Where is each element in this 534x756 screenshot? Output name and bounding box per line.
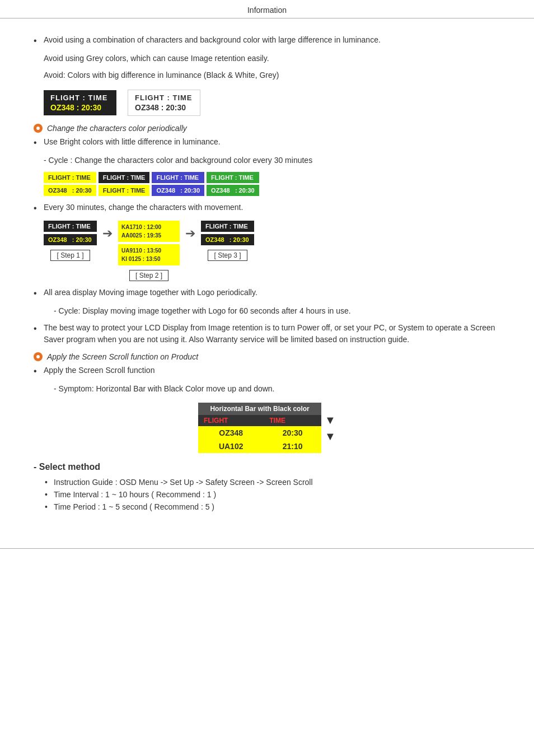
step2-row1: KA1710 : 12:00AA0025 : 19:35 — [118, 221, 180, 242]
bullet-item-1: • Avoid using a combination of character… — [34, 34, 500, 48]
cycle-box-2-row1: FLIGHT : TIME — [99, 172, 150, 183]
bullet-dot-4: • — [34, 287, 44, 300]
cycle-col-1: FLIGHT : TIME OZ348 : 20:30 — [44, 172, 96, 196]
bullet-dot-6: • — [34, 365, 44, 378]
diagram-row-1: FLIGHT : TIME OZ348 : 20:30 FLIGHT : TIM… — [44, 90, 500, 116]
flight-box-light: FLIGHT : TIME OZ348 : 20:30 — [128, 90, 200, 116]
scroll-header-cell: Horizontal Bar with Black color — [198, 403, 321, 415]
cycle-box-1-row2: OZ348 : 20:30 — [44, 185, 96, 196]
select-method-heading: - Select method — [34, 462, 500, 472]
sub-dot-2: • — [45, 490, 54, 499]
arrow-down-icon-1: ▼ — [325, 414, 336, 427]
scroll-diagram: Horizontal Bar with Black color FLIGHT T… — [34, 403, 500, 453]
step1-label: [ Step 1 ] — [50, 250, 90, 261]
flight-box-dark: FLIGHT : TIME OZ348 : 20:30 — [44, 90, 116, 115]
step2-row2: UA9110 : 13:50KI 0125 : 13:50 — [118, 244, 180, 265]
bullet-item-2: • Use Bright colors with little differen… — [34, 136, 500, 150]
cycle-box-3-row1: FLIGHT : TIME — [152, 172, 204, 183]
bullet-dot-2: • — [34, 136, 44, 150]
sub-bullet-3: • Time Period : 1 ~ 5 second ( Recommend… — [45, 502, 500, 511]
indent-text-5: - Symptom: Horizontal Bar with Black Col… — [54, 384, 275, 393]
scroll-table: Horizontal Bar with Black color FLIGHT T… — [198, 403, 321, 453]
bullet-text-2: Use Bright colors with little difference… — [44, 136, 221, 148]
bullet-item-4: • All area display Moving image together… — [34, 287, 500, 300]
sub-bullet-text-3: Time Period : 1 ~ 5 second ( Recommend :… — [54, 502, 214, 511]
cycle-col-3: FLIGHT : TIME OZ348 : 20:30 — [152, 172, 204, 196]
cycle-col-4: FLIGHT : TIME OZ348 : 20:30 — [207, 172, 259, 196]
scroll-table-wrapper: Horizontal Bar with Black color FLIGHT T… — [198, 403, 321, 453]
step-col-2: KA1710 : 12:00AA0025 : 19:35 UA9110 : 13… — [118, 221, 180, 281]
bullet-item-5: • The best way to protect your LCD Displ… — [34, 322, 500, 346]
indent-text-3: - Cycle : Change the characters color an… — [44, 156, 312, 165]
cycle-box-4-row2: OZ348 : 20:30 — [207, 185, 259, 196]
cycle-box-2-row2: FLIGHT : TIME — [99, 185, 150, 196]
bullet-text-6: Apply the Screen Scroll function — [44, 365, 154, 376]
arrow-down-icon-2: ▼ — [325, 430, 336, 443]
step3-row1: FLIGHT : TIME — [201, 221, 254, 232]
sub-dot-1: • — [45, 478, 54, 487]
orange-label-1: Change the characters color periodically — [47, 124, 187, 133]
orange-circle-icon-2 — [34, 352, 43, 361]
orange-bullet-1: Change the characters color periodically — [34, 124, 500, 133]
sub-bullet-text-1: Instruction Guide : OSD Menu -> Set Up -… — [54, 478, 313, 487]
indent-2: Avoid: Colors with big difference in lum… — [44, 69, 500, 81]
dark-box-row1: FLIGHT : TIME — [50, 94, 110, 102]
sub-bullet-1: • Instruction Guide : OSD Menu -> Set Up… — [45, 478, 500, 487]
cycle-col-2: FLIGHT : TIME FLIGHT : TIME — [99, 172, 150, 196]
indent-1: Avoid using Grey colors, which can cause… — [44, 52, 500, 64]
indent-text-4: - Cycle: Display moving image together w… — [54, 306, 351, 315]
page-footer-border — [0, 548, 534, 549]
scroll-arrow-indicator: ▼ ▼ — [325, 414, 336, 443]
step3-row2: OZ348 : 20:30 — [201, 234, 254, 245]
scroll-data-ua102: UA102 — [198, 440, 264, 453]
cycle-diagram: FLIGHT : TIME OZ348 : 20:30 FLIGHT : TIM… — [44, 172, 500, 196]
light-box-row1: FLIGHT : TIME — [135, 94, 193, 102]
bullet-dot-3: • — [34, 202, 44, 215]
step-col-1: FLIGHT : TIME OZ348 : 20:30 [ Step 1 ] — [44, 221, 97, 261]
indent-3: - Cycle : Change the characters color an… — [44, 154, 500, 166]
scroll-data-2110: 21:10 — [264, 440, 321, 453]
scroll-title-time: TIME — [264, 415, 321, 426]
sub-dot-3: • — [45, 502, 54, 511]
dark-box-row2: OZ348 : 20:30 — [50, 103, 110, 112]
step2-label: [ Step 2 ] — [129, 270, 168, 281]
step1-row2: OZ348 : 20:30 — [44, 234, 97, 245]
indent-4: - Cycle: Display moving image together w… — [54, 305, 500, 317]
arrow-2: ➔ — [185, 226, 195, 241]
step-col-3: FLIGHT : TIME OZ348 : 20:30 [ Step 3 ] — [201, 221, 254, 261]
bullet-text-1: Avoid using a combination of characters … — [44, 34, 381, 46]
cycle-box-4-row1: FLIGHT : TIME — [207, 172, 259, 183]
bullet-text-5: The best way to protect your LCD Display… — [44, 322, 500, 346]
sub-bullet-text-2: Time Interval : 1 ~ 10 hours ( Recommend… — [54, 490, 216, 499]
indent-5: - Symptom: Horizontal Bar with Black Col… — [54, 382, 500, 395]
cycle-box-3-row2: OZ348 : 20:30 — [152, 185, 204, 196]
step-diagram: FLIGHT : TIME OZ348 : 20:30 [ Step 1 ] ➔… — [44, 221, 500, 281]
sub-bullet-2: • Time Interval : 1 ~ 10 hours ( Recomme… — [45, 490, 500, 499]
bullet-text-3: Every 30 minutes, change the characters … — [44, 202, 243, 213]
step3-label: [ Step 3 ] — [208, 250, 247, 261]
orange-label-2: Apply the Screen Scroll function on Prod… — [47, 352, 198, 361]
bullet-item-6: • Apply the Screen Scroll function — [34, 365, 500, 378]
scroll-data-2030: 20:30 — [264, 426, 321, 440]
header-title: Information — [247, 6, 287, 15]
content-area: • Avoid using a combination of character… — [0, 29, 534, 531]
orange-bullet-2: Apply the Screen Scroll function on Prod… — [34, 352, 500, 361]
scroll-data-oz348: OZ348 — [198, 426, 264, 440]
bullet-item-3: • Every 30 minutes, change the character… — [34, 202, 500, 215]
light-box-row2: OZ348 : 20:30 — [135, 103, 193, 112]
step1-row1: FLIGHT : TIME — [44, 221, 97, 232]
bullet-dot-1: • — [34, 34, 44, 48]
cycle-box-1-row1: FLIGHT : TIME — [44, 172, 96, 183]
indent-text-1: Avoid using Grey colors, which can cause… — [44, 54, 269, 63]
page-header: Information — [0, 0, 534, 18]
bullet-text-4: All area display Moving image together w… — [44, 287, 257, 298]
bullet-dot-5: • — [34, 322, 44, 335]
scroll-title-flight: FLIGHT — [198, 415, 264, 426]
orange-circle-icon-1 — [34, 124, 43, 133]
indent-text-2: Avoid: Colors with big difference in lum… — [44, 71, 279, 80]
arrow-1: ➔ — [102, 226, 113, 241]
